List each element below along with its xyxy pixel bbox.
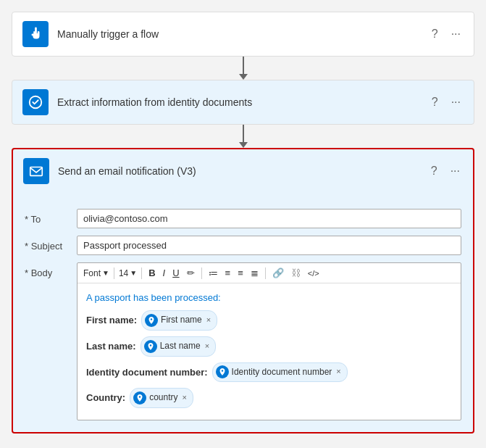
to-row: * To xyxy=(25,209,461,228)
unlink-button[interactable]: ⛓ xyxy=(289,266,303,280)
token-text-2: Identity document number xyxy=(232,365,332,381)
trigger-title: Manually trigger a flow xyxy=(57,28,420,40)
toolbar-divider-4 xyxy=(265,267,266,279)
connector-line-2 xyxy=(243,125,244,142)
intro-text: A passport has been processed: xyxy=(86,292,221,303)
token-icon-1 xyxy=(144,340,157,353)
email-help-button[interactable]: ? xyxy=(428,163,440,179)
token-text-1: Last name xyxy=(160,339,201,354)
token-close-3[interactable]: × xyxy=(183,391,187,405)
extract-icon xyxy=(22,89,49,115)
toolbar-divider-3 xyxy=(201,267,202,279)
align-right-button[interactable]: ≣ xyxy=(248,266,261,280)
link-button[interactable]: 🔗 xyxy=(270,266,286,280)
email-card: Send an email notification (V3) ? ··· * … xyxy=(12,148,474,434)
email-form: * To * Subject * Body Font ▼ xyxy=(13,202,473,432)
field-label-0: First name: xyxy=(86,312,137,328)
subject-label: * Subject xyxy=(25,236,68,252)
email-actions: ? ··· xyxy=(428,163,463,179)
toolbar-divider-2 xyxy=(141,267,142,279)
subject-input[interactable] xyxy=(77,236,461,255)
to-input[interactable] xyxy=(77,209,461,228)
field-row-0: First name: First name × xyxy=(86,310,452,331)
field-token-0[interactable]: First name × xyxy=(141,310,217,331)
bullet-list-button[interactable]: ≔ xyxy=(206,266,220,280)
trigger-more-button[interactable]: ··· xyxy=(448,26,464,42)
token-icon-3 xyxy=(133,391,146,405)
trigger-card: Manually trigger a flow ? ··· xyxy=(12,12,474,57)
size-selector[interactable]: 14 ▼ xyxy=(119,268,137,278)
field-row-1: Last name: Last name × xyxy=(86,336,452,357)
field-token-1[interactable]: Last name × xyxy=(141,336,216,357)
token-close-0[interactable]: × xyxy=(206,313,211,328)
font-label: Font xyxy=(83,268,101,278)
subject-row: * Subject xyxy=(25,236,461,255)
email-title: Send an email notification (V3) xyxy=(58,165,419,177)
field-token-2[interactable]: Identity document number × xyxy=(212,362,348,383)
highlight-button[interactable]: ✏ xyxy=(185,266,197,280)
size-label: 14 xyxy=(119,268,128,278)
code-button[interactable]: </> xyxy=(306,267,322,279)
field-row-3: Country: country × xyxy=(86,388,452,408)
toolbar-divider-1 xyxy=(114,267,114,279)
rich-editor[interactable]: Font ▼ 14 ▼ B I U ✏ xyxy=(77,262,461,420)
svg-rect-1 xyxy=(30,167,43,176)
token-close-2[interactable]: × xyxy=(336,365,340,379)
font-dropdown-icon[interactable]: ▼ xyxy=(102,269,109,277)
connector-arrow-2 xyxy=(239,125,248,148)
email-more-button[interactable]: ··· xyxy=(448,163,463,179)
align-left-button[interactable]: ≡ xyxy=(235,266,246,280)
connector-arrow-1 xyxy=(239,57,248,80)
font-selector[interactable]: Font ▼ xyxy=(83,268,109,278)
trigger-help-button[interactable]: ? xyxy=(429,26,441,42)
token-close-1[interactable]: × xyxy=(205,339,209,354)
email-icon xyxy=(23,158,49,184)
trigger-actions: ? ··· xyxy=(429,26,464,42)
email-card-header: Send an email notification (V3) ? ··· xyxy=(13,149,473,193)
connector-arrowhead-2 xyxy=(239,142,248,148)
size-dropdown-icon[interactable]: ▼ xyxy=(130,269,137,277)
field-label-3: Country: xyxy=(86,389,125,406)
body-label: * Body xyxy=(25,262,68,278)
connector-arrowhead-1 xyxy=(239,74,248,80)
intro-line: A passport has been processed: xyxy=(86,289,452,306)
token-text-3: country xyxy=(149,390,177,406)
flow-container: Manually trigger a flow ? ··· Extract in… xyxy=(12,12,474,434)
field-label-1: Last name: xyxy=(86,338,136,354)
extract-help-button[interactable]: ? xyxy=(429,94,441,110)
field-label-2: Identity document number: xyxy=(86,364,208,381)
extract-title: Extract information from identity docume… xyxy=(57,96,420,108)
extract-more-button[interactable]: ··· xyxy=(448,94,464,110)
field-token-3[interactable]: country × xyxy=(130,388,193,408)
connector-line-1 xyxy=(243,57,244,74)
field-row-2: Identity document number: Identity docum… xyxy=(86,362,452,383)
underline-button[interactable]: U xyxy=(170,266,181,280)
to-label: * To xyxy=(25,209,68,225)
token-text-0: First name xyxy=(161,312,202,328)
bold-button[interactable]: B xyxy=(146,266,157,280)
token-icon-0 xyxy=(145,314,158,327)
token-icon-2 xyxy=(216,365,229,378)
body-row: * Body Font ▼ 14 ▼ B xyxy=(25,262,461,420)
editor-toolbar: Font ▼ 14 ▼ B I U ✏ xyxy=(77,263,461,283)
extract-actions: ? ··· xyxy=(429,94,464,110)
extract-card: Extract information from identity docume… xyxy=(12,80,474,125)
editor-content: A passport has been processed: First nam… xyxy=(77,283,461,420)
ordered-list-button[interactable]: ≡ xyxy=(223,266,233,280)
italic-button[interactable]: I xyxy=(161,266,168,280)
trigger-icon xyxy=(22,21,49,47)
